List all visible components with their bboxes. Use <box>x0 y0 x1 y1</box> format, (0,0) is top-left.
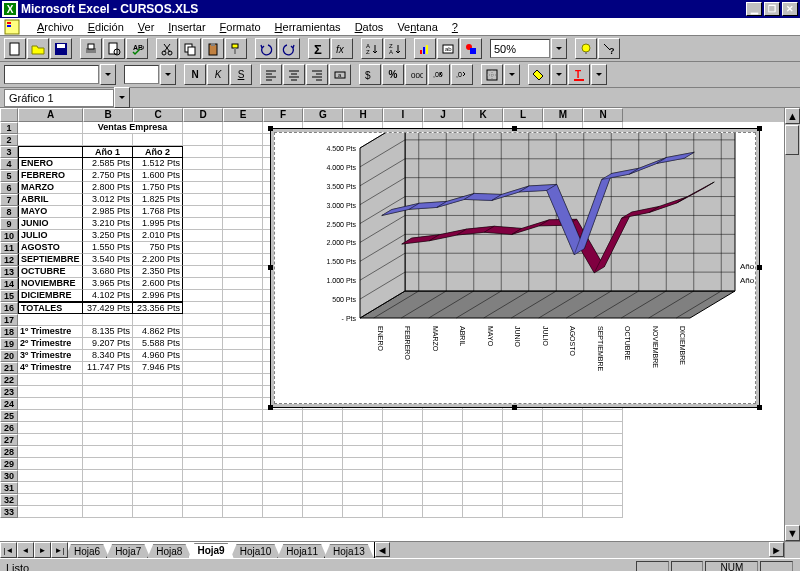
font-color-button[interactable]: T <box>568 64 590 85</box>
cell[interactable] <box>133 314 183 326</box>
row-header[interactable]: 17 <box>0 314 18 326</box>
cell[interactable]: MAYO <box>18 206 83 218</box>
new-button[interactable] <box>4 38 26 59</box>
cell[interactable]: TOTALES <box>18 302 83 314</box>
sort-desc-button[interactable]: ZA <box>384 38 406 59</box>
row-header[interactable]: 33 <box>0 506 18 518</box>
cell[interactable] <box>223 350 263 362</box>
cell[interactable]: 2.985 Pts <box>83 206 133 218</box>
minimize-button[interactable]: ▁ <box>746 2 762 16</box>
cell[interactable] <box>183 122 223 134</box>
horizontal-scrollbar[interactable]: ◄ ► <box>374 542 784 558</box>
cell[interactable]: DICIEMBRE <box>18 290 83 302</box>
cell[interactable] <box>583 506 623 518</box>
cell[interactable] <box>383 494 423 506</box>
cell[interactable] <box>183 446 223 458</box>
preview-button[interactable] <box>103 38 125 59</box>
cell[interactable] <box>18 458 83 470</box>
borders-dropdown[interactable] <box>504 64 520 85</box>
cell[interactable]: NOVIEMBRE <box>18 278 83 290</box>
tab-next-button[interactable]: ► <box>34 542 51 558</box>
cell[interactable] <box>133 410 183 422</box>
cell[interactable]: 3.210 Pts <box>83 218 133 230</box>
close-button[interactable]: ✕ <box>782 2 798 16</box>
cell[interactable] <box>223 206 263 218</box>
cell[interactable] <box>133 458 183 470</box>
cell[interactable] <box>583 446 623 458</box>
col-header-M[interactable]: M <box>543 108 583 122</box>
name-box[interactable]: Gráfico 1 <box>4 89 114 107</box>
scroll-up-arrow[interactable]: ▲ <box>785 108 800 124</box>
cell[interactable] <box>463 446 503 458</box>
cell[interactable] <box>183 326 223 338</box>
cell[interactable] <box>183 458 223 470</box>
cell[interactable] <box>263 422 303 434</box>
cell[interactable]: 5.588 Pts <box>133 338 183 350</box>
menu-insertar[interactable]: Insertar <box>168 21 205 33</box>
cell[interactable] <box>303 482 343 494</box>
drawing-button[interactable] <box>460 38 482 59</box>
cell[interactable] <box>18 434 83 446</box>
cell[interactable]: 2.200 Pts <box>133 254 183 266</box>
row-header[interactable]: 23 <box>0 386 18 398</box>
cell[interactable] <box>223 194 263 206</box>
cell[interactable] <box>583 470 623 482</box>
font-size-input[interactable] <box>124 65 159 84</box>
cell[interactable] <box>223 158 263 170</box>
col-header-C[interactable]: C <box>133 108 183 122</box>
cell[interactable]: AGOSTO <box>18 242 83 254</box>
row-header[interactable]: 18 <box>0 326 18 338</box>
cell[interactable] <box>343 434 383 446</box>
cell[interactable]: 11.747 Pts <box>83 362 133 374</box>
copy-button[interactable] <box>179 38 201 59</box>
cell[interactable] <box>18 446 83 458</box>
cell[interactable]: 2.750 Pts <box>83 170 133 182</box>
cell[interactable] <box>223 278 263 290</box>
cell[interactable] <box>223 506 263 518</box>
cell[interactable] <box>543 410 583 422</box>
cell[interactable] <box>423 458 463 470</box>
row-header[interactable]: 24 <box>0 398 18 410</box>
cell[interactable]: 1.995 Pts <box>133 218 183 230</box>
tab-prev-button[interactable]: ◄ <box>17 542 34 558</box>
cell[interactable]: ENERO <box>18 158 83 170</box>
cell[interactable] <box>583 434 623 446</box>
cell[interactable] <box>303 506 343 518</box>
cell[interactable] <box>18 398 83 410</box>
col-header-E[interactable]: E <box>223 108 263 122</box>
cell[interactable]: 4º Trimestre <box>18 362 83 374</box>
tab-first-button[interactable]: |◄ <box>0 542 17 558</box>
cell[interactable]: 2.010 Pts <box>133 230 183 242</box>
cut-button[interactable] <box>156 38 178 59</box>
menu-help[interactable]: ? <box>452 21 458 33</box>
cell[interactable]: Año 1 <box>83 146 133 158</box>
cell[interactable] <box>463 422 503 434</box>
cell[interactable] <box>423 482 463 494</box>
cell[interactable] <box>423 470 463 482</box>
cell[interactable]: 9.207 Pts <box>83 338 133 350</box>
cell[interactable] <box>463 494 503 506</box>
cell[interactable] <box>223 122 263 134</box>
sheet-tab-Hoja9[interactable]: Hoja9 <box>188 543 233 558</box>
cell[interactable]: 1º Trimestre <box>18 326 83 338</box>
cell[interactable] <box>223 422 263 434</box>
cell[interactable] <box>223 134 263 146</box>
cell[interactable] <box>303 410 343 422</box>
cell[interactable] <box>18 422 83 434</box>
cell[interactable] <box>133 386 183 398</box>
undo-button[interactable] <box>255 38 277 59</box>
row-header[interactable]: 2 <box>0 134 18 146</box>
align-left-button[interactable] <box>260 64 282 85</box>
col-header-A[interactable]: A <box>18 108 83 122</box>
cell[interactable] <box>503 410 543 422</box>
cell[interactable] <box>503 494 543 506</box>
cell[interactable] <box>543 458 583 470</box>
cell[interactable] <box>183 386 223 398</box>
cell[interactable]: 4.960 Pts <box>133 350 183 362</box>
cell[interactable] <box>303 446 343 458</box>
cell[interactable]: 2.585 Pts <box>83 158 133 170</box>
cell[interactable] <box>223 326 263 338</box>
cell[interactable] <box>223 254 263 266</box>
scroll-down-arrow[interactable]: ▼ <box>785 525 800 541</box>
zoom-dropdown-arrow[interactable] <box>551 38 567 59</box>
